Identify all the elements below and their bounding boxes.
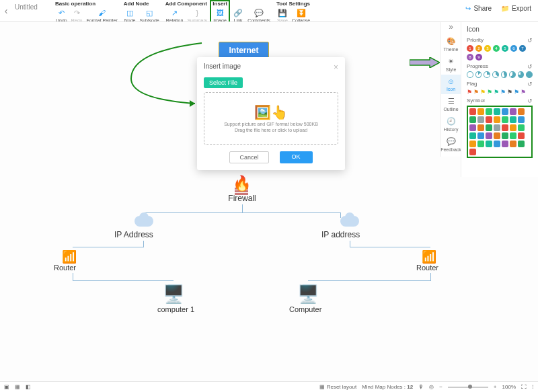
symbol-icon[interactable] xyxy=(469,116,476,123)
symbol-icon[interactable] xyxy=(502,116,508,123)
flag-reset[interactable]: ↺ xyxy=(527,81,533,87)
symbol-icon[interactable] xyxy=(469,124,476,131)
symbol-icon[interactable] xyxy=(518,108,525,115)
progress-icon[interactable] xyxy=(475,71,482,78)
symbol-icon[interactable] xyxy=(494,141,500,147)
symbol-icon[interactable] xyxy=(510,124,516,131)
target-icon[interactable]: ◎ xyxy=(429,384,434,390)
dropzone[interactable]: 🖼️👆 Support picture and GIF format below… xyxy=(204,92,338,145)
priority-icon[interactable]: 2 xyxy=(475,45,482,52)
share-button[interactable]: ↪Share xyxy=(465,5,492,12)
flag-icon[interactable]: ⚑ xyxy=(514,89,520,95)
priority-reset[interactable]: ↺ xyxy=(527,37,533,44)
link-button[interactable]: 🔗Link xyxy=(231,8,245,23)
symbol-icon[interactable] xyxy=(502,141,508,147)
node-computer-right[interactable]: 🖥️ xyxy=(297,284,319,305)
reset-layout-button[interactable]: ▦ Reset layout xyxy=(319,384,356,390)
symbol-icon[interactable] xyxy=(510,108,516,115)
symbol-icon[interactable] xyxy=(477,116,484,123)
progress-icon[interactable] xyxy=(492,71,499,78)
flag-icon[interactable]: ⚑ xyxy=(487,89,493,95)
node-button[interactable]: ◫Node xyxy=(122,8,138,23)
symbol-icon[interactable] xyxy=(518,124,525,131)
priority-icon[interactable]: 8 xyxy=(467,54,473,61)
back-button[interactable]: ‹ xyxy=(0,1,12,21)
symbol-icon[interactable] xyxy=(494,124,500,131)
flag-icon[interactable]: ⚑ xyxy=(507,89,513,95)
select-file-button[interactable]: Select File xyxy=(204,77,243,88)
priority-icon[interactable]: 3 xyxy=(484,45,491,52)
zoom-slider[interactable] xyxy=(448,387,488,388)
symbol-icon[interactable] xyxy=(510,141,516,147)
symbol-icon[interactable] xyxy=(502,132,508,139)
fullscreen-icon[interactable]: ⛶ xyxy=(521,384,527,390)
modal-close-button[interactable]: × xyxy=(334,63,338,72)
symbol-icon[interactable] xyxy=(510,132,516,139)
symbol-icon[interactable] xyxy=(518,141,525,147)
zoom-in[interactable]: + xyxy=(494,384,497,390)
tool-icon-3[interactable]: ◧ xyxy=(26,384,31,390)
symbol-icon[interactable] xyxy=(510,116,516,123)
ok-button[interactable]: OK xyxy=(280,151,313,163)
node-firewall-icon[interactable]: 🔥 xyxy=(231,175,252,194)
summary-button[interactable]: }Summary xyxy=(185,8,209,23)
symbol-icon[interactable] xyxy=(469,149,476,155)
symbol-icon[interactable] xyxy=(486,124,492,131)
export-button[interactable]: 📁Export xyxy=(501,5,531,12)
symbol-reset[interactable]: ↺ xyxy=(527,97,533,104)
tool-icon-2[interactable]: ▦ xyxy=(15,384,20,390)
priority-icon[interactable]: 6 xyxy=(510,45,517,52)
relation-button[interactable]: ↗Relation xyxy=(164,8,186,23)
progress-icon[interactable] xyxy=(518,71,525,78)
symbol-icon[interactable] xyxy=(486,116,492,123)
symbol-icon[interactable] xyxy=(494,132,500,139)
flag-icon[interactable]: ⚑ xyxy=(473,89,479,95)
symbol-icon[interactable] xyxy=(502,108,508,115)
symbol-icon[interactable] xyxy=(486,108,492,115)
progress-icon[interactable] xyxy=(509,71,516,78)
rail-history[interactable]: 🕘History xyxy=(441,114,461,134)
undo-button[interactable]: ↶Undo xyxy=(54,8,69,23)
rail-feedback[interactable]: 💬Feedback xyxy=(441,134,461,155)
symbol-icon[interactable] xyxy=(518,132,525,139)
symbol-icon[interactable] xyxy=(494,116,500,123)
node-ip-right[interactable] xyxy=(340,216,359,227)
rail-style[interactable]: ✴Style xyxy=(441,54,461,75)
save-button[interactable]: 💾Save xyxy=(275,8,290,23)
subnode-button[interactable]: ◱SubNode xyxy=(138,8,161,23)
flag-icon[interactable]: ⚑ xyxy=(480,89,486,95)
symbol-icon[interactable] xyxy=(477,141,484,147)
node-router-right[interactable]: 📶 xyxy=(422,249,436,264)
symbol-icon[interactable] xyxy=(469,108,476,115)
symbol-icon[interactable] xyxy=(486,132,492,139)
progress-icon[interactable] xyxy=(526,71,533,78)
symbol-icon[interactable] xyxy=(477,124,484,131)
flag-icon[interactable]: ⚑ xyxy=(500,89,506,95)
priority-icon[interactable]: 1 xyxy=(467,45,473,52)
collapse-button[interactable]: ⏬Collapse xyxy=(290,8,312,23)
node-router-left[interactable]: 📶 xyxy=(62,249,77,264)
image-button[interactable]: 🖼Image xyxy=(211,8,228,23)
mic-icon[interactable]: 🎙 xyxy=(418,384,424,390)
comments-button[interactable]: 💬Comments xyxy=(245,8,272,23)
redo-button[interactable]: ↷Redo xyxy=(69,8,85,23)
format-painter-button[interactable]: 🖌Format Painter xyxy=(84,8,119,23)
node-ip-left[interactable] xyxy=(134,216,153,227)
rail-outline[interactable]: ☰Outline xyxy=(441,94,461,114)
symbol-icon[interactable] xyxy=(469,132,476,139)
flag-icon[interactable]: ⚑ xyxy=(467,89,473,95)
progress-icon[interactable] xyxy=(501,71,508,78)
symbol-icon[interactable] xyxy=(477,132,484,139)
flag-icon[interactable]: ⚑ xyxy=(494,89,500,95)
rail-collapse-button[interactable]: » xyxy=(441,22,461,34)
cancel-button[interactable]: Cancel xyxy=(229,151,268,163)
rail-icon[interactable]: ☺Icon xyxy=(441,75,461,94)
more-icon[interactable]: ⁝ xyxy=(532,384,534,390)
progress-icon[interactable] xyxy=(467,71,473,78)
symbol-icon[interactable] xyxy=(469,141,476,147)
doc-title[interactable]: Untitled xyxy=(12,1,52,11)
symbol-icon[interactable] xyxy=(518,116,525,123)
symbol-icon[interactable] xyxy=(477,108,484,115)
node-computer-left[interactable]: 🖥️ xyxy=(163,284,184,305)
priority-icon[interactable]: 7 xyxy=(519,45,526,52)
